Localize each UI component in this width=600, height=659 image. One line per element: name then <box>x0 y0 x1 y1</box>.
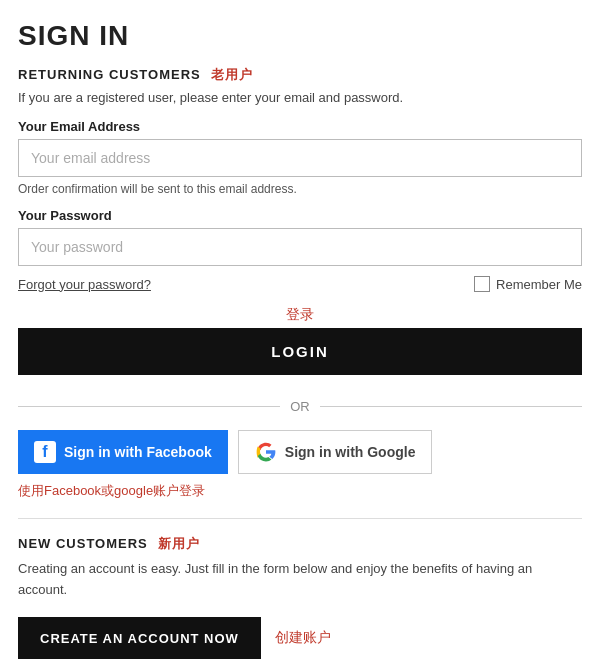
new-customers-heading-chinese: 新用户 <box>158 536 200 551</box>
password-input[interactable] <box>18 228 582 266</box>
facebook-icon: f <box>34 441 56 463</box>
login-button[interactable]: LOGIN <box>18 328 582 375</box>
login-chinese-label: 登录 <box>18 306 582 324</box>
section-divider <box>18 518 582 519</box>
new-customers-heading-text: NEW CUSTOMERS <box>18 536 148 551</box>
or-text: OR <box>290 399 310 414</box>
or-line-right <box>320 406 582 407</box>
or-divider: OR <box>18 399 582 414</box>
new-customers-description: Creating an account is easy. Just fill i… <box>18 559 582 601</box>
returning-subtitle: If you are a registered user, please ent… <box>18 90 582 105</box>
email-hint: Order confirmation will be sent to this … <box>18 182 582 196</box>
forgot-password-link[interactable]: Forgot your password? <box>18 277 151 292</box>
remember-me-container: Remember Me <box>474 276 582 292</box>
new-customers-heading: NEW CUSTOMERS 新用户 <box>18 535 582 553</box>
password-label: Your Password <box>18 208 582 223</box>
create-account-chinese: 创建账户 <box>275 629 331 647</box>
social-buttons-container: f Sign in with Facebook Sign in with Goo… <box>18 430 582 474</box>
google-btn-label: Sign in with Google <box>285 444 416 460</box>
or-line-left <box>18 406 280 407</box>
new-customers-section: NEW CUSTOMERS 新用户 Creating an account is… <box>18 535 582 659</box>
email-input[interactable] <box>18 139 582 177</box>
email-label: Your Email Address <box>18 119 582 134</box>
google-signin-button[interactable]: Sign in with Google <box>238 430 433 474</box>
create-account-button[interactable]: CREATE AN ACCOUNT NOW <box>18 617 261 659</box>
create-account-row: CREATE AN ACCOUNT NOW 创建账户 <box>18 617 582 659</box>
social-hint: 使用Facebook或google账户登录 <box>18 482 582 500</box>
returning-heading-text: RETURNING CUSTOMERS <box>18 67 201 82</box>
returning-heading-chinese: 老用户 <box>211 67 253 82</box>
page-title: SIGN IN <box>18 20 582 52</box>
remember-me-checkbox[interactable] <box>474 276 490 292</box>
returning-customers-heading: RETURNING CUSTOMERS 老用户 <box>18 66 582 84</box>
google-icon <box>255 441 277 463</box>
facebook-signin-button[interactable]: f Sign in with Facebook <box>18 430 228 474</box>
remember-me-label: Remember Me <box>496 277 582 292</box>
facebook-btn-label: Sign in with Facebook <box>64 444 212 460</box>
